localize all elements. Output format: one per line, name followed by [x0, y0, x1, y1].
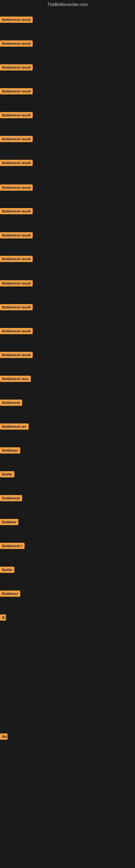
- bottleneck-badge-20[interactable]: Bottle: [0, 471, 14, 477]
- bottleneck-badge-21[interactable]: Bottleneck: [0, 495, 22, 501]
- bottleneck-badge-2[interactable]: Bottleneck result: [0, 40, 33, 46]
- bottleneck-item-9: Bottleneck result: [0, 208, 33, 215]
- bottleneck-item-25: Bottlenec: [0, 590, 20, 598]
- bottleneck-badge-26[interactable]: B: [0, 614, 6, 621]
- bottleneck-item-24: Bottle: [0, 567, 14, 574]
- bottleneck-item-15: Bottleneck result: [0, 352, 33, 359]
- bottleneck-item-5: Bottleneck result: [0, 112, 33, 119]
- bottleneck-item-19: Bottlenec: [0, 447, 20, 455]
- bottleneck-badge-3[interactable]: Bottleneck result: [0, 64, 33, 70]
- bottleneck-badge-15[interactable]: Bottleneck result: [0, 352, 33, 358]
- bottleneck-item-21: Bottleneck: [0, 495, 22, 502]
- bottleneck-item-3: Bottleneck result: [0, 64, 33, 72]
- bottleneck-badge-10[interactable]: Bottleneck result: [0, 232, 33, 239]
- bottleneck-item-14: Bottleneck result: [0, 328, 33, 335]
- bottleneck-badge-19[interactable]: Bottlenec: [0, 447, 20, 454]
- bottleneck-badge-4[interactable]: Bottleneck result: [0, 88, 33, 94]
- bottleneck-badge-7[interactable]: Bottleneck result: [0, 160, 33, 166]
- bottleneck-item-1: Bottleneck result: [0, 17, 33, 24]
- bottleneck-item-20: Bottle: [0, 471, 14, 478]
- bottleneck-item-23: Bottleneck r: [0, 543, 25, 550]
- bottleneck-badge-17[interactable]: Bottleneck: [0, 400, 22, 406]
- bottleneck-badge-27[interactable]: Bo: [0, 734, 8, 740]
- bottleneck-badge-13[interactable]: Bottleneck result: [0, 304, 33, 310]
- bottleneck-badge-9[interactable]: Bottleneck result: [0, 208, 33, 214]
- bottleneck-item-7: Bottleneck result: [0, 160, 33, 167]
- bottleneck-item-13: Bottleneck result: [0, 304, 33, 311]
- bottleneck-badge-22[interactable]: Bottlene: [0, 519, 18, 525]
- bottleneck-item-17: Bottleneck: [0, 400, 22, 407]
- bottleneck-badge-18[interactable]: Bottleneck res: [0, 424, 29, 430]
- site-title: TheBottlenecker.com: [0, 0, 135, 9]
- bottleneck-item-18: Bottleneck res: [0, 424, 29, 431]
- bottleneck-item-6: Bottleneck result: [0, 136, 33, 143]
- bottleneck-badge-23[interactable]: Bottleneck r: [0, 543, 25, 549]
- bottleneck-badge-24[interactable]: Bottle: [0, 567, 14, 573]
- bottleneck-badge-11[interactable]: Bottleneck result: [0, 256, 33, 262]
- bottleneck-item-2: Bottleneck result: [0, 40, 33, 48]
- bottleneck-item-4: Bottleneck result: [0, 88, 33, 95]
- bottleneck-badge-25[interactable]: Bottlenec: [0, 590, 20, 597]
- bottleneck-item-26: B: [0, 614, 6, 622]
- bottleneck-item-16: Bottleneck resu: [0, 376, 31, 383]
- bottleneck-item-11: Bottleneck result: [0, 256, 33, 263]
- bottleneck-badge-14[interactable]: Bottleneck result: [0, 328, 33, 334]
- bottleneck-item-22: Bottlene: [0, 519, 18, 526]
- bottleneck-badge-1[interactable]: Bottleneck result: [0, 17, 33, 23]
- bottleneck-item-27: Bo: [0, 734, 8, 741]
- bottleneck-badge-8[interactable]: Bottleneck result: [0, 184, 33, 191]
- bottleneck-badge-5[interactable]: Bottleneck result: [0, 112, 33, 118]
- bottleneck-badge-6[interactable]: Bottleneck result: [0, 136, 33, 142]
- bottleneck-item-12: Bottleneck result: [0, 280, 33, 287]
- bottleneck-badge-12[interactable]: Bottleneck result: [0, 280, 33, 286]
- bottleneck-item-10: Bottleneck result: [0, 232, 33, 240]
- bottleneck-badge-16[interactable]: Bottleneck resu: [0, 376, 31, 382]
- bottleneck-item-8: Bottleneck result: [0, 184, 33, 192]
